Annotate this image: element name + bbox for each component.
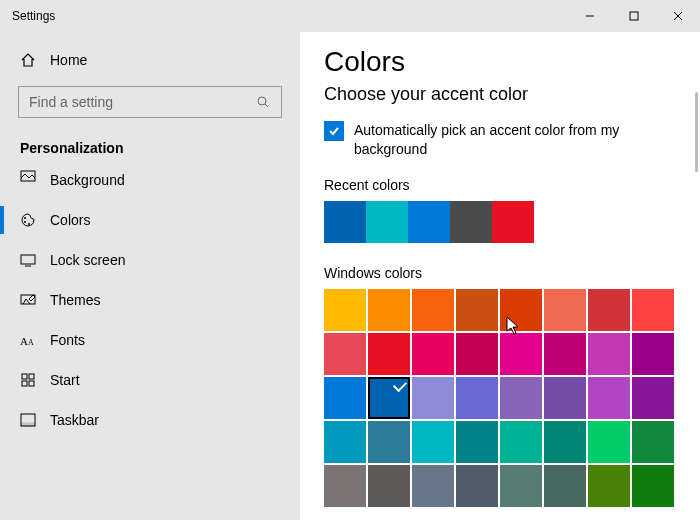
svg-rect-20	[21, 423, 35, 426]
windows-colors-grid	[324, 289, 676, 507]
search-input[interactable]: Find a setting	[18, 86, 282, 118]
svg-rect-15	[22, 374, 27, 379]
sidebar-item-colors[interactable]: Colors	[0, 200, 300, 240]
color-swatch[interactable]	[544, 289, 586, 331]
color-swatch[interactable]	[456, 289, 498, 331]
color-swatch[interactable]	[544, 421, 586, 463]
color-swatch[interactable]	[412, 333, 454, 375]
sidebar-item-label: Colors	[50, 212, 90, 228]
color-swatch[interactable]	[456, 333, 498, 375]
color-swatch[interactable]	[368, 465, 410, 507]
sidebar-item-label: Themes	[50, 292, 101, 308]
color-swatch[interactable]	[324, 377, 366, 419]
color-swatch[interactable]	[588, 421, 630, 463]
svg-text:A: A	[20, 335, 28, 347]
recent-color-swatch[interactable]	[408, 201, 450, 243]
color-swatch[interactable]	[412, 289, 454, 331]
titlebar: Settings	[0, 0, 700, 32]
recent-colors-label: Recent colors	[324, 177, 676, 193]
themes-icon	[20, 292, 36, 308]
color-swatch[interactable]	[632, 377, 674, 419]
color-swatch[interactable]	[368, 377, 410, 419]
color-swatch[interactable]	[500, 377, 542, 419]
sidebar-item-label: Background	[50, 172, 125, 188]
sidebar-item-label: Fonts	[50, 332, 85, 348]
recent-color-swatch[interactable]	[324, 201, 366, 243]
auto-pick-label: Automatically pick an accent color from …	[354, 121, 676, 159]
color-swatch[interactable]	[632, 465, 674, 507]
home-icon	[20, 52, 36, 68]
sidebar-item-taskbar[interactable]: Taskbar	[0, 400, 300, 440]
color-swatch[interactable]	[588, 333, 630, 375]
sidebar-item-label: Taskbar	[50, 412, 99, 428]
fonts-icon: AA	[20, 332, 36, 348]
color-swatch[interactable]	[632, 421, 674, 463]
color-swatch[interactable]	[588, 465, 630, 507]
color-swatch[interactable]	[324, 421, 366, 463]
color-swatch[interactable]	[456, 465, 498, 507]
sidebar-item-background[interactable]: Background	[0, 166, 300, 200]
auto-pick-checkbox[interactable]	[324, 121, 344, 141]
color-swatch[interactable]	[632, 289, 674, 331]
home-label: Home	[50, 52, 87, 68]
page-subtitle: Choose your accent color	[324, 84, 676, 105]
auto-pick-row[interactable]: Automatically pick an accent color from …	[324, 121, 676, 159]
color-swatch[interactable]	[456, 421, 498, 463]
color-swatch[interactable]	[588, 377, 630, 419]
sidebar: Home Find a setting Personalization Back…	[0, 32, 300, 520]
search-icon	[255, 95, 271, 109]
color-swatch[interactable]	[588, 289, 630, 331]
color-swatch[interactable]	[324, 289, 366, 331]
nav-list: BackgroundColorsLock screenThemesAAFonts…	[0, 166, 300, 440]
color-swatch[interactable]	[368, 333, 410, 375]
sidebar-item-themes[interactable]: Themes	[0, 280, 300, 320]
recent-colors-row	[324, 201, 676, 243]
color-swatch[interactable]	[544, 333, 586, 375]
recent-color-swatch[interactable]	[366, 201, 408, 243]
sidebar-item-label: Lock screen	[50, 252, 125, 268]
svg-point-9	[28, 223, 30, 225]
svg-rect-17	[22, 381, 27, 386]
minimize-button[interactable]	[568, 0, 612, 32]
scrollbar[interactable]	[695, 92, 698, 172]
color-swatch[interactable]	[324, 465, 366, 507]
svg-line-5	[265, 104, 268, 107]
window-title: Settings	[0, 9, 55, 23]
close-button[interactable]	[656, 0, 700, 32]
color-swatch[interactable]	[500, 421, 542, 463]
color-swatch[interactable]	[544, 377, 586, 419]
svg-rect-18	[29, 381, 34, 386]
svg-point-7	[24, 217, 26, 219]
start-icon	[20, 372, 36, 388]
color-swatch[interactable]	[412, 377, 454, 419]
color-swatch[interactable]	[368, 421, 410, 463]
background-icon	[20, 176, 36, 184]
color-swatch[interactable]	[500, 289, 542, 331]
page-title: Colors	[324, 46, 676, 78]
color-swatch[interactable]	[544, 465, 586, 507]
color-swatch[interactable]	[456, 377, 498, 419]
color-swatch[interactable]	[632, 333, 674, 375]
main-panel: Colors Choose your accent color Automati…	[300, 32, 700, 520]
svg-rect-16	[29, 374, 34, 379]
color-swatch[interactable]	[412, 465, 454, 507]
color-swatch[interactable]	[500, 465, 542, 507]
category-label: Personalization	[0, 134, 300, 166]
home-link[interactable]: Home	[0, 44, 300, 76]
taskbar-icon	[20, 412, 36, 428]
sidebar-item-fonts[interactable]: AAFonts	[0, 320, 300, 360]
sidebar-item-lock-screen[interactable]: Lock screen	[0, 240, 300, 280]
maximize-button[interactable]	[612, 0, 656, 32]
lock-screen-icon	[20, 252, 36, 268]
recent-color-swatch[interactable]	[492, 201, 534, 243]
color-swatch[interactable]	[500, 333, 542, 375]
color-swatch[interactable]	[368, 289, 410, 331]
window-controls	[568, 0, 700, 32]
svg-point-4	[258, 97, 266, 105]
color-swatch[interactable]	[324, 333, 366, 375]
sidebar-item-start[interactable]: Start	[0, 360, 300, 400]
color-swatch[interactable]	[412, 421, 454, 463]
recent-color-swatch[interactable]	[450, 201, 492, 243]
sidebar-item-label: Start	[50, 372, 80, 388]
svg-rect-1	[630, 12, 638, 20]
